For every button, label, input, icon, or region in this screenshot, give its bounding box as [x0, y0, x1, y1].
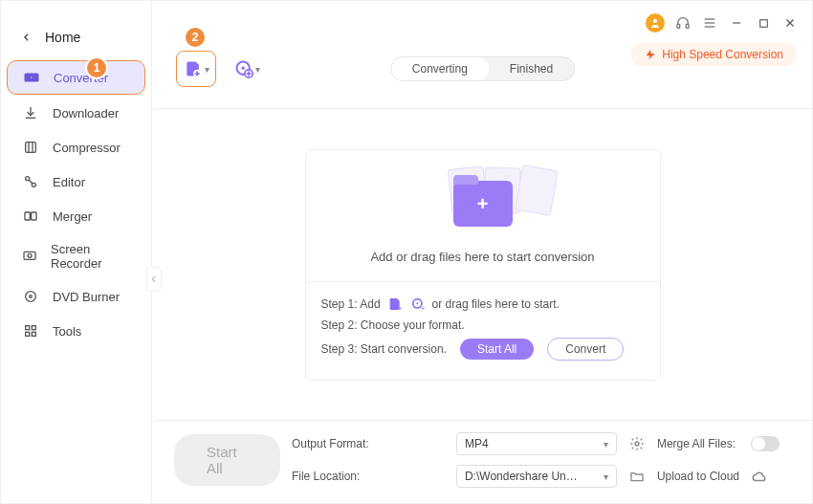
back-icon	[22, 33, 32, 42]
plus-icon: +	[477, 193, 489, 215]
svg-rect-26	[26, 332, 30, 336]
format-settings-icon[interactable]	[628, 435, 646, 452]
svg-point-39	[416, 302, 418, 304]
add-file-button[interactable]: ▾	[176, 51, 216, 87]
merge-label: Merge All Files:	[657, 437, 739, 450]
sidebar-item-editor[interactable]: Editor	[7, 165, 145, 198]
folder-illustration: +	[440, 173, 526, 232]
sidebar-item-label: DVD Burner	[53, 290, 120, 304]
sidebar-item-converter[interactable]: Converter	[7, 60, 145, 95]
toolbar: ▾ 2 ▾ Converting Finished High Speed Con…	[153, 1, 812, 106]
add-dvd-button[interactable]: ▾	[228, 52, 266, 86]
steps: Step 1: Add + + or drag files here to st…	[306, 281, 660, 380]
content: + Add or drag files here to start conver…	[153, 109, 812, 420]
step-2: Step 2: Choose your format.	[321, 318, 645, 332]
sidebar-item-tools[interactable]: Tools	[7, 315, 145, 347]
svg-point-23	[30, 296, 33, 298]
sidebar-item-screenrecorder[interactable]: Screen Recorder	[7, 234, 145, 278]
svg-rect-20	[24, 252, 35, 259]
start-all-pill[interactable]: Start All	[460, 339, 534, 360]
sidebar-item-merger[interactable]: Merger	[7, 200, 145, 232]
chevron-down-icon: ▾	[604, 471, 608, 482]
svg-text:+: +	[397, 304, 402, 312]
recorder-icon	[22, 248, 37, 265]
svg-point-21	[28, 253, 32, 257]
svg-rect-24	[26, 326, 30, 330]
step-1: Step 1: Add + + or drag files here to st…	[321, 296, 645, 313]
svg-line-17	[29, 180, 33, 184]
tab-finished[interactable]: Finished	[489, 57, 574, 80]
svg-rect-27	[32, 332, 35, 336]
sidebar-item-compressor[interactable]: Compressor	[7, 131, 145, 164]
main: ▾ 2 ▾ Converting Finished High Speed Con…	[153, 1, 812, 503]
file-location-select[interactable]: D:\Wondershare UniConverter 1 ▾	[456, 465, 617, 488]
bolt-icon	[645, 48, 656, 61]
sidebar-item-label: Editor	[53, 175, 85, 189]
step3-text: Step 3: Start conversion.	[321, 342, 447, 356]
home-label: Home	[45, 30, 80, 45]
sidebar: Home Converter 1 Downloader Compressor E…	[1, 1, 152, 503]
sidebar-item-downloader[interactable]: Downloader	[7, 97, 145, 129]
footer: Output Format: MP4 ▾ Merge All Files: St…	[153, 420, 812, 503]
step2-text: Step 2: Choose your format.	[321, 318, 465, 332]
home-nav[interactable]: Home	[1, 30, 151, 58]
tools-icon	[22, 322, 39, 340]
svg-marker-36	[647, 50, 655, 59]
svg-point-22	[26, 292, 36, 302]
output-format-select[interactable]: MP4 ▾	[456, 432, 617, 455]
svg-rect-18	[25, 212, 30, 220]
step-badge-1: 1	[87, 58, 106, 77]
cloud-icon[interactable]	[751, 468, 768, 485]
svg-rect-19	[32, 212, 36, 220]
high-speed-label: High Speed Conversion	[662, 48, 783, 61]
file-location-value: D:\Wondershare UniConverter 1	[465, 470, 580, 483]
step-3: Step 3: Start conversion. Start All Conv…	[321, 338, 645, 361]
sidebar-item-label: Tools	[53, 324, 81, 339]
output-format-value: MP4	[465, 437, 489, 450]
merge-toggle[interactable]	[751, 436, 780, 451]
step-badge-2: 2	[186, 28, 205, 47]
downloader-icon	[22, 104, 39, 121]
svg-point-41	[635, 442, 639, 446]
high-speed-button[interactable]: High Speed Conversion	[631, 43, 797, 66]
step1-text-a: Step 1: Add	[321, 297, 381, 311]
drop-message: Add or drag files here to start conversi…	[370, 250, 594, 264]
sidebar-item-label: Screen Recorder	[51, 242, 130, 271]
app-window: Home Converter 1 Downloader Compressor E…	[0, 0, 813, 504]
disc-add-icon: +	[409, 296, 427, 313]
sidebar-item-label: Downloader	[53, 106, 119, 121]
tab-converting[interactable]: Converting	[391, 57, 489, 80]
upload-label: Upload to Cloud	[657, 470, 739, 483]
file-location-label: File Location:	[292, 470, 445, 483]
editor-icon	[22, 173, 39, 190]
output-format-label: Output Format:	[292, 437, 445, 450]
status-tabs: Converting Finished	[390, 56, 575, 81]
drop-zone[interactable]: + Add or drag files here to start conver…	[305, 149, 661, 381]
svg-point-32	[241, 67, 244, 70]
file-add-icon: +	[386, 296, 404, 313]
sidebar-item-label: Merger	[53, 209, 92, 224]
svg-rect-25	[32, 326, 35, 330]
compressor-icon	[22, 139, 39, 156]
svg-rect-12	[26, 142, 36, 153]
start-all-button[interactable]: Start All	[174, 434, 280, 486]
open-folder-icon[interactable]	[628, 468, 646, 485]
convert-pill[interactable]: Convert	[547, 338, 624, 361]
converter-icon	[23, 69, 40, 86]
step1-text-b: or drag files here to start.	[432, 297, 560, 311]
sidebar-item-label: Compressor	[53, 141, 121, 155]
merger-icon	[22, 208, 39, 225]
svg-text:+: +	[420, 304, 425, 312]
dvd-icon	[22, 288, 39, 305]
drop-zone-top: + Add or drag files here to start conver…	[306, 150, 660, 281]
sidebar-item-dvdburner[interactable]: DVD Burner	[7, 280, 145, 313]
chevron-down-icon: ▾	[604, 439, 608, 449]
